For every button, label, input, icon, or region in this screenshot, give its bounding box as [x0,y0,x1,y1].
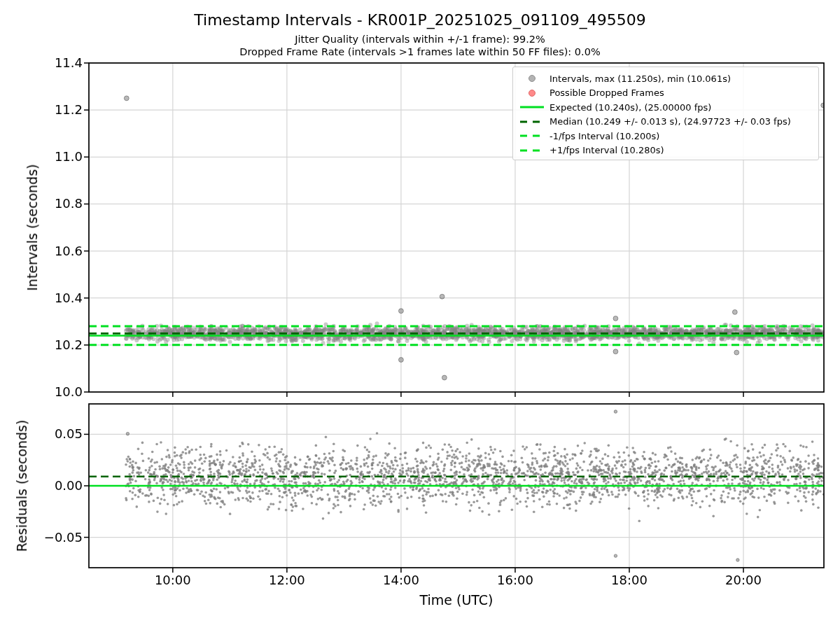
y-tick-label: 0.05 [27,428,83,440]
legend-item: Intervals, max (11.250s), min (10.061s) [517,71,818,86]
y-tick-label: −0.05 [27,531,83,544]
subtitle-jitter-quality: Jitter Quality (intervals within +/-1 fr… [0,34,840,45]
y-tick-label: 11.0 [27,150,83,163]
y-tick-label: 11.2 [27,104,83,116]
legend-item: Median (10.249 +/- 0.013 s), (24.97723 +… [517,115,818,130]
x-tick-label: 16:00 [497,574,533,587]
legend-label: Expected (10.240s), (25.00000 fps) [550,102,711,113]
y-axis-label-intervals: Intervals (seconds) [24,164,40,290]
subtitle-dropped-frame-rate: Dropped Frame Rate (intervals >1 frames … [0,46,840,57]
legend-label: +1/fps Interval (10.280s) [550,145,664,155]
legend-item: +1/fps Interval (10.280s) [517,144,818,158]
y-tick-label: 10.0 [27,386,83,398]
y-tick-label: 0.00 [27,479,83,492]
y-tick-label: 10.6 [27,245,83,258]
legend-item: -1/fps Interval (10.200s) [517,129,818,144]
x-tick-label: 10:00 [155,574,191,587]
figure: Timestamp Intervals - KR001P_20251025_09… [0,0,840,630]
legend-item: Possible Dropped Frames [517,86,818,101]
y-tick-label: 10.8 [27,197,83,210]
y-tick-label: 10.4 [27,292,83,304]
legend: Intervals, max (11.250s), min (10.061s)P… [512,66,819,160]
x-axis-label: Time (UTC) [89,592,824,608]
legend-dot-marker [517,90,547,97]
legend-dot-marker [517,75,547,82]
legend-line-marker [517,134,547,138]
legend-label: Median (10.249 +/- 0.013 s), (24.97723 +… [550,116,791,127]
x-tick-label: 20:00 [725,574,762,587]
legend-label: -1/fps Interval (10.200s) [550,131,659,141]
legend-line-marker [517,148,547,153]
legend-label: Intervals, max (11.250s), min (10.061s) [550,74,731,84]
y-tick-label: 11.4 [27,57,83,69]
x-tick-label: 18:00 [611,574,648,587]
x-tick-label: 14:00 [383,574,419,587]
y-tick-label: 10.2 [27,339,83,351]
figure-title: Timestamp Intervals - KR001P_20251025_09… [0,11,840,29]
legend-label: Possible Dropped Frames [550,88,664,98]
legend-item: Expected (10.240s), (25.00000 fps) [517,100,818,115]
legend-line-marker [517,120,547,124]
x-tick-label: 12:00 [269,574,305,587]
legend-line-marker [517,105,547,109]
